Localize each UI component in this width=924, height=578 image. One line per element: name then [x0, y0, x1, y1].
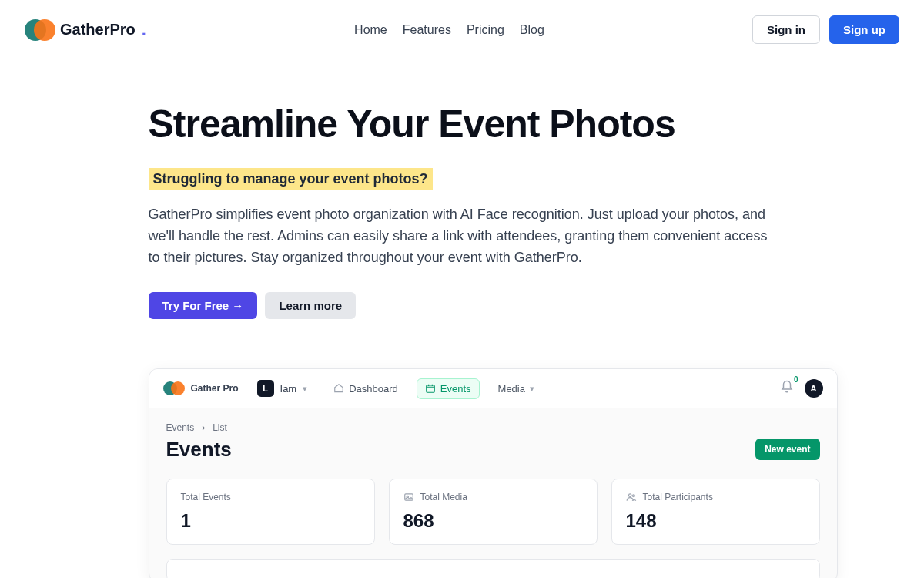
svg-point-3 [628, 494, 631, 497]
notification-count: 0 [794, 375, 798, 384]
stat-events-value: 1 [181, 510, 360, 532]
stat-events-label: Total Events [181, 492, 231, 502]
app-nav-events[interactable]: Events [417, 378, 480, 399]
primary-nav: Home Features Pricing Blog [354, 23, 544, 37]
image-icon [403, 492, 414, 502]
sign-up-button[interactable]: Sign up [829, 15, 899, 44]
breadcrumb: Events › List [166, 422, 820, 433]
stat-participants-value: 148 [626, 510, 805, 532]
stat-card-media: Total Media 868 [389, 479, 598, 545]
hero-title: Streamline Your Event Photos [149, 102, 776, 146]
nav-home[interactable]: Home [354, 23, 387, 37]
brand-dot: . [142, 20, 146, 40]
app-logo-mark-icon [163, 381, 186, 395]
stats-row: Total Events 1 Total Media 868 Total Par… [166, 479, 820, 545]
brand-logo[interactable]: GatherPro . [25, 19, 146, 41]
brand-name: GatherPro [60, 21, 136, 39]
page-title: Events [166, 438, 232, 462]
brand-mark-icon [25, 19, 55, 41]
events-table-panel [166, 559, 820, 578]
app-nav: Dashboard Events Media ▾ [326, 378, 542, 399]
chevron-down-icon: ▾ [530, 384, 534, 394]
calendar-icon [425, 383, 436, 394]
hero-highlight: Struggling to manage your event photos? [149, 168, 433, 190]
auth-buttons: Sign in Sign up [752, 15, 899, 44]
bell-icon [780, 380, 794, 394]
sign-in-button[interactable]: Sign in [752, 15, 820, 44]
stat-card-events: Total Events 1 [166, 479, 375, 545]
app-logo[interactable]: Gather Pro [163, 381, 239, 395]
app-topbar: Gather Pro L Iam ▾ Dashboard Events [149, 369, 837, 408]
user-avatar[interactable]: A [805, 379, 823, 398]
stat-media-value: 868 [403, 510, 583, 532]
app-nav-media-label: Media [498, 383, 525, 395]
workspace-switcher[interactable]: L Iam ▾ [257, 380, 308, 397]
app-nav-dashboard-label: Dashboard [349, 383, 398, 395]
svg-rect-1 [404, 494, 413, 500]
stat-card-participants: Total Participants 148 [611, 479, 820, 545]
hero-description: GatherPro simplifies event photo organiz… [149, 204, 776, 269]
breadcrumb-sep: › [202, 422, 205, 433]
nav-pricing[interactable]: Pricing [467, 23, 504, 37]
svg-rect-0 [427, 385, 435, 392]
hero-cta-row: Try For Free → Learn more [149, 292, 776, 319]
app-preview: Gather Pro L Iam ▾ Dashboard Events [149, 368, 838, 578]
users-icon [626, 492, 637, 502]
app-nav-dashboard[interactable]: Dashboard [326, 379, 406, 398]
breadcrumb-root[interactable]: Events [166, 422, 195, 433]
new-event-button[interactable]: New event [755, 439, 819, 460]
breadcrumb-leaf: List [213, 422, 227, 433]
hero-section: Streamline Your Event Photos Struggling … [149, 102, 776, 578]
try-free-button[interactable]: Try For Free → [149, 292, 258, 319]
stat-media-label: Total Media [420, 492, 467, 502]
app-brand-name: Gather Pro [191, 383, 239, 394]
learn-more-button[interactable]: Learn more [265, 292, 356, 319]
nav-blog[interactable]: Blog [520, 23, 544, 37]
app-body: Events › List Events New event Total Eve… [149, 408, 837, 578]
workspace-avatar: L [257, 380, 274, 397]
notifications-button[interactable]: 0 [780, 380, 794, 397]
chevron-down-icon: ▾ [303, 384, 307, 394]
app-nav-events-label: Events [440, 383, 471, 395]
home-icon [333, 383, 344, 394]
site-header: GatherPro . Home Features Pricing Blog S… [0, 0, 924, 59]
stat-participants-label: Total Participants [643, 492, 713, 502]
svg-point-4 [632, 494, 634, 496]
app-nav-media[interactable]: Media ▾ [490, 379, 542, 398]
nav-features[interactable]: Features [403, 23, 451, 37]
workspace-name: Iam [280, 383, 297, 395]
